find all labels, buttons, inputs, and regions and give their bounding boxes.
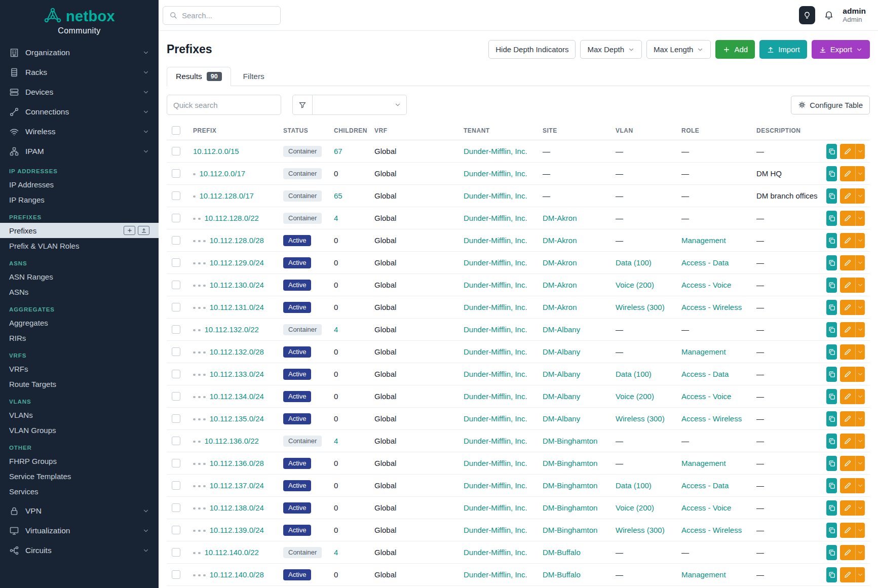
edit-dropdown-button[interactable]: [855, 523, 865, 538]
site-link[interactable]: DM-Albany: [543, 325, 580, 334]
row-checkbox[interactable]: [172, 459, 180, 467]
edit-dropdown-button[interactable]: [855, 567, 865, 582]
tenant-link[interactable]: Dunder-Mifflin, Inc.: [464, 169, 527, 178]
edit-button[interactable]: [840, 322, 855, 337]
sidebar-item-prefixes[interactable]: Prefixes: [0, 223, 159, 238]
vlan-link[interactable]: Data (100): [616, 481, 652, 490]
prefix-link[interactable]: 10.112.136.0/22: [205, 437, 259, 445]
edit-dropdown-button[interactable]: [855, 144, 865, 159]
brand[interactable]: netbox Community: [0, 0, 159, 40]
tenant-link[interactable]: Dunder-Mifflin, Inc.: [464, 214, 527, 222]
sidebar-item-racks[interactable]: Racks: [0, 62, 159, 82]
site-link[interactable]: DM-Binghamton: [543, 481, 597, 490]
theme-toggle-button[interactable]: [799, 6, 815, 24]
edit-dropdown-button[interactable]: [855, 389, 865, 404]
prefix-link[interactable]: 10.112.138.0/24: [210, 503, 264, 512]
copy-button[interactable]: [826, 278, 837, 293]
site-link[interactable]: DM-Albany: [543, 347, 580, 356]
copy-button[interactable]: [826, 478, 837, 493]
row-checkbox[interactable]: [172, 214, 180, 222]
tenant-link[interactable]: Dunder-Mifflin, Inc.: [464, 281, 527, 289]
prefix-link[interactable]: 10.112.132.0/28: [210, 347, 264, 356]
row-checkbox[interactable]: [172, 481, 180, 490]
prefix-link[interactable]: 10.112.131.0/24: [210, 303, 264, 311]
copy-button[interactable]: [826, 523, 837, 538]
prefix-link[interactable]: 10.112.130.0/24: [210, 281, 264, 289]
site-link[interactable]: DM-Albany: [543, 414, 580, 423]
edit-dropdown-button[interactable]: [855, 211, 865, 226]
sidebar-item-ip-ranges[interactable]: IP Ranges: [0, 192, 159, 207]
quick-add-button[interactable]: [124, 226, 135, 235]
edit-button[interactable]: [840, 478, 855, 493]
edit-dropdown-button[interactable]: [855, 188, 865, 204]
copy-button[interactable]: [826, 188, 837, 204]
import-button[interactable]: Import: [759, 40, 807, 59]
site-link[interactable]: DM-Akron: [543, 258, 577, 267]
row-checkbox[interactable]: [172, 503, 180, 512]
site-link[interactable]: DM-Binghamton: [543, 437, 597, 445]
sidebar-item-asns[interactable]: ASNs: [0, 284, 159, 299]
site-link[interactable]: DM-Albany: [543, 370, 580, 378]
role-link[interactable]: Access - Voice: [681, 392, 731, 401]
prefix-link[interactable]: 10.112.136.0/28: [210, 459, 264, 467]
role-link[interactable]: Access - Data: [681, 258, 729, 267]
row-checkbox[interactable]: [172, 281, 180, 289]
sidebar-item-route-targets[interactable]: Route Targets: [0, 376, 159, 391]
sidebar-item-virtualization[interactable]: Virtualization: [0, 521, 159, 540]
global-search-input[interactable]: [182, 11, 274, 20]
vlan-link[interactable]: Wireless (300): [616, 414, 665, 423]
row-checkbox[interactable]: [172, 325, 180, 334]
tenant-link[interactable]: Dunder-Mifflin, Inc.: [464, 347, 527, 356]
row-checkbox[interactable]: [172, 303, 180, 311]
role-link[interactable]: Access - Voice: [681, 281, 731, 289]
children-count-link[interactable]: 4: [334, 325, 338, 334]
prefix-link[interactable]: 10.112.0.0/15: [193, 147, 239, 155]
row-checkbox[interactable]: [172, 437, 180, 445]
tenant-link[interactable]: Dunder-Mifflin, Inc.: [464, 570, 527, 579]
sidebar-item-prefix-vlan-roles[interactable]: Prefix & VLAN Roles: [0, 238, 159, 253]
tenant-link[interactable]: Dunder-Mifflin, Inc.: [464, 437, 527, 445]
prefix-link[interactable]: 10.112.137.0/24: [210, 481, 264, 490]
tenant-link[interactable]: Dunder-Mifflin, Inc.: [464, 526, 527, 534]
row-checkbox[interactable]: [172, 370, 180, 378]
prefix-link[interactable]: 10.112.134.0/24: [210, 392, 264, 401]
tenant-link[interactable]: Dunder-Mifflin, Inc.: [464, 325, 527, 334]
row-checkbox[interactable]: [172, 236, 180, 245]
edit-dropdown-button[interactable]: [855, 367, 865, 382]
vlan-link[interactable]: Data (100): [616, 370, 652, 378]
role-link[interactable]: Management: [681, 236, 726, 245]
edit-dropdown-button[interactable]: [855, 166, 865, 181]
children-count-link[interactable]: 4: [334, 214, 338, 222]
max-depth-dropdown[interactable]: Max Depth: [580, 40, 642, 59]
prefix-link[interactable]: 10.112.140.0/22: [205, 548, 259, 557]
copy-button[interactable]: [826, 367, 837, 382]
export-button[interactable]: Export: [812, 40, 870, 59]
copy-button[interactable]: [826, 211, 837, 226]
copy-button[interactable]: [826, 300, 837, 315]
user-menu[interactable]: admin Admin: [843, 7, 866, 23]
role-link[interactable]: Access - Data: [681, 370, 729, 378]
role-link[interactable]: Management: [681, 459, 726, 467]
vlan-link[interactable]: Wireless (300): [616, 303, 665, 311]
site-link[interactable]: DM-Buffalo: [543, 570, 581, 579]
row-checkbox[interactable]: [172, 347, 180, 356]
edit-button[interactable]: [840, 456, 855, 471]
tab-results[interactable]: Results 90: [167, 67, 231, 86]
edit-button[interactable]: [840, 144, 855, 159]
row-checkbox[interactable]: [172, 169, 180, 178]
site-link[interactable]: DM-Binghamton: [543, 503, 597, 512]
tenant-link[interactable]: Dunder-Mifflin, Inc.: [464, 303, 527, 311]
sidebar-item-organization[interactable]: Organization: [0, 43, 159, 62]
vlan-link[interactable]: Data (100): [616, 258, 652, 267]
tenant-link[interactable]: Dunder-Mifflin, Inc.: [464, 481, 527, 490]
edit-dropdown-button[interactable]: [855, 434, 865, 449]
sidebar-item-vpn[interactable]: VPN: [0, 501, 159, 521]
edit-button[interactable]: [840, 434, 855, 449]
role-link[interactable]: Access - Data: [681, 481, 729, 490]
copy-button[interactable]: [826, 255, 837, 270]
edit-dropdown-button[interactable]: [855, 300, 865, 315]
copy-button[interactable]: [826, 500, 837, 516]
site-link[interactable]: DM-Buffalo: [543, 548, 581, 557]
sidebar-item-vlans[interactable]: VLANs: [0, 407, 159, 422]
role-link[interactable]: Access - Wireless: [681, 414, 742, 423]
